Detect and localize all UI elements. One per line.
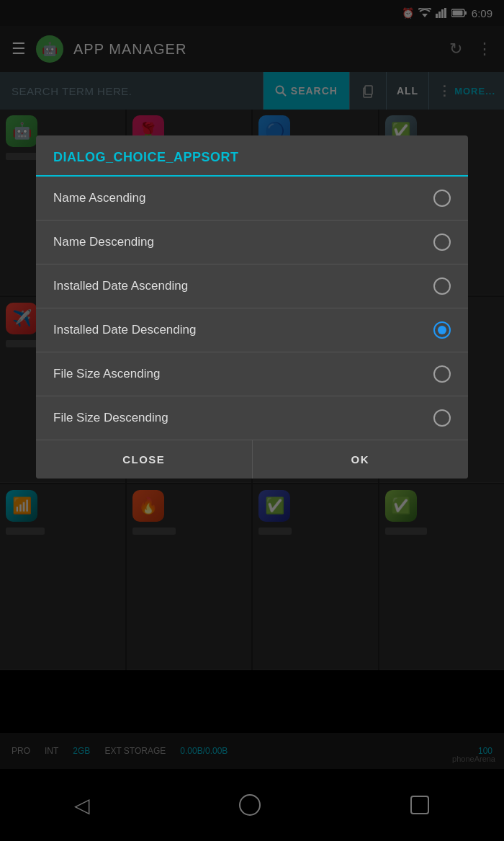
radio-file-size-descending[interactable]: [433, 409, 451, 427]
option-file-size-descending[interactable]: File Size Descending: [36, 396, 468, 440]
dialog-buttons: CLOSE OK: [36, 440, 468, 479]
close-button[interactable]: CLOSE: [36, 440, 253, 479]
option-name-descending[interactable]: Name Descending: [36, 221, 468, 264]
radio-name-descending[interactable]: [433, 233, 451, 251]
sort-dialog: DIALOG_CHOICE_APPSORT Name Ascending Nam…: [36, 135, 468, 479]
option-label-file-size-descending: File Size Descending: [53, 411, 168, 425]
radio-installed-date-ascending[interactable]: [433, 277, 451, 295]
radio-inner-dot: [438, 326, 446, 334]
option-label-installed-date-descending: Installed Date Descending: [53, 323, 196, 337]
option-installed-date-ascending[interactable]: Installed Date Ascending: [36, 264, 468, 308]
radio-file-size-ascending[interactable]: [433, 365, 451, 383]
option-label-name-ascending: Name Ascending: [53, 191, 146, 205]
dialog-options: Name Ascending Name Descending Installed…: [36, 177, 468, 440]
option-name-ascending[interactable]: Name Ascending: [36, 177, 468, 221]
radio-name-ascending[interactable]: [433, 190, 451, 207]
dialog-title: DIALOG_CHOICE_APPSORT: [53, 150, 239, 164]
option-label-installed-date-ascending: Installed Date Ascending: [53, 279, 188, 293]
option-label-file-size-ascending: File Size Ascending: [53, 367, 160, 381]
option-file-size-ascending[interactable]: File Size Ascending: [36, 352, 468, 396]
option-installed-date-descending[interactable]: Installed Date Descending: [36, 308, 468, 352]
dialog-title-bar: DIALOG_CHOICE_APPSORT: [36, 135, 468, 177]
ok-button[interactable]: OK: [253, 440, 469, 479]
option-label-name-descending: Name Descending: [53, 235, 154, 249]
radio-installed-date-descending[interactable]: [433, 321, 451, 339]
